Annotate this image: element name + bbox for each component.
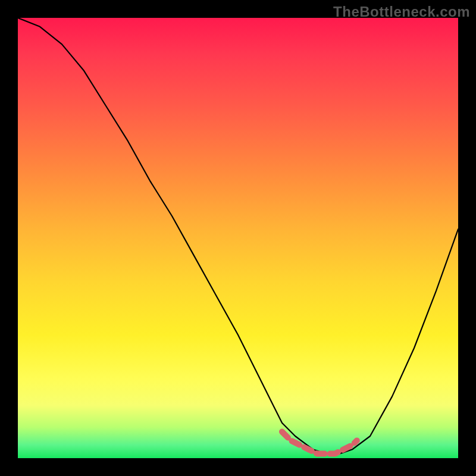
curve-layer bbox=[18, 18, 458, 458]
plot-area bbox=[18, 18, 458, 458]
watermark-text: TheBottleneck.com bbox=[333, 4, 470, 20]
bottleneck-curve bbox=[18, 18, 458, 454]
chart-frame: TheBottleneck.com bbox=[0, 0, 476, 476]
